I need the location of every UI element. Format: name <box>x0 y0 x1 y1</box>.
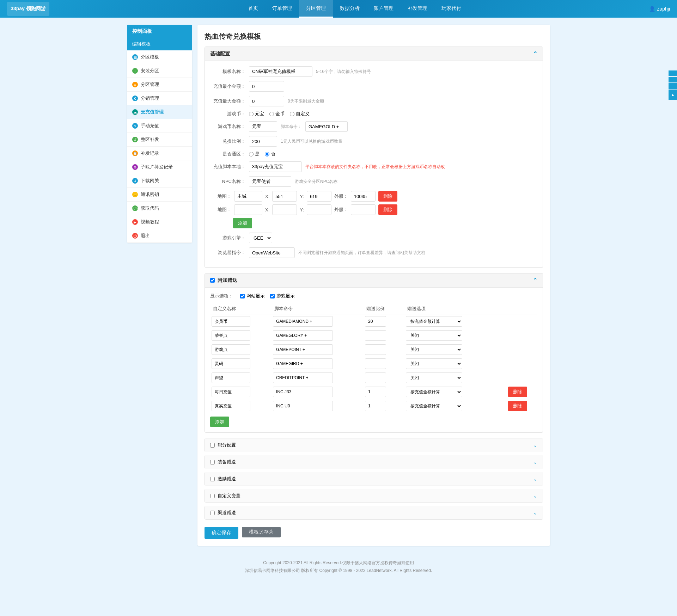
sidebar-item-logout[interactable]: ⏻ 退出 <box>127 229 192 243</box>
channel-header[interactable]: 渠道赠送 ⌄ <box>205 506 543 519</box>
gift-rate-input[interactable] <box>365 316 386 327</box>
currency-jinbi[interactable]: 金币 <box>269 111 285 117</box>
template-name-input[interactable] <box>249 66 312 77</box>
custom-var-header[interactable]: 自定义变量 ⌄ <box>205 489 543 503</box>
gift-cmd-input[interactable] <box>273 387 333 397</box>
user-menu[interactable]: 👤 zaphji <box>649 6 670 12</box>
gift-name-input[interactable] <box>212 316 250 327</box>
gift-rate-input[interactable] <box>365 372 386 383</box>
sidebar-item-install-zone[interactable]: ↓ 安装分区 <box>127 64 192 78</box>
sidebar-item-video[interactable]: ▶ 视频教程 <box>127 215 192 229</box>
score-checkbox[interactable] <box>210 443 215 448</box>
gift-cmd-input[interactable] <box>273 344 333 355</box>
nav-repay[interactable]: 补发管理 <box>401 0 434 18</box>
gift-name-input[interactable] <box>212 401 250 411</box>
sidebar-item-zone-manage[interactable]: ≡ 分区管理 <box>127 78 192 92</box>
exchange-rate-input[interactable] <box>249 136 277 147</box>
display-game-checkbox[interactable]: 游戏显示 <box>270 293 295 299</box>
gift-rate-input[interactable] <box>365 387 386 397</box>
right-tab-1[interactable]: 导 <box>669 70 677 76</box>
add-gift-button[interactable]: 添加 <box>210 417 229 427</box>
sidebar-item-get-code[interactable]: </> 获取代码 <box>127 202 192 215</box>
all-area-yes[interactable]: 是 <box>249 151 260 157</box>
currency-custom[interactable]: 自定义 <box>290 111 310 117</box>
currency-yuanbao[interactable]: 元宝 <box>249 111 264 117</box>
sidebar-item-cloud-charge[interactable]: ☁ 云充值管理 <box>127 105 192 119</box>
map1-y-input[interactable] <box>307 191 331 202</box>
gift-cmd-input[interactable] <box>273 316 333 327</box>
sidebar-item-download-gateway[interactable]: ⬇ 下载网关 <box>127 174 192 188</box>
sidebar-item-manual-charge[interactable]: ✎ 手动充值 <box>127 119 192 133</box>
map2-name-input[interactable] <box>234 204 262 215</box>
gift-option-select[interactable]: 按充值金额计算关闭按充值次数计算 <box>406 316 462 327</box>
sidebar-item-sub-manage[interactable]: ⑆ 分销管理 <box>127 92 192 105</box>
gift-name-input[interactable] <box>212 330 250 341</box>
max-charge-input[interactable] <box>249 96 284 106</box>
charge-script-input[interactable] <box>249 161 302 172</box>
gift-rate-input[interactable] <box>365 358 386 369</box>
map1-delete-button[interactable]: 删除 <box>378 191 397 202</box>
game-currency-cmd-input[interactable] <box>305 121 348 132</box>
channel-checkbox[interactable] <box>210 511 215 515</box>
gift-section-toggle[interactable]: ⌃ <box>533 277 537 284</box>
gift-section-checkbox[interactable] <box>210 278 215 283</box>
gift-name-input[interactable] <box>212 387 250 397</box>
custom-var-checkbox[interactable] <box>210 494 215 498</box>
nav-proxy[interactable]: 玩家代付 <box>434 0 468 18</box>
map2-outer-input[interactable] <box>351 204 376 215</box>
right-tab-3[interactable]: 栏 <box>669 83 677 89</box>
gift-name-input[interactable] <box>212 358 250 369</box>
gift-cmd-input[interactable] <box>273 358 333 369</box>
score-header[interactable]: 积分设置 ⌄ <box>205 438 543 452</box>
map1-outer-input[interactable] <box>351 191 376 202</box>
sidebar-item-zone-template[interactable]: ▦ 分区模板 <box>127 50 192 64</box>
right-tab-2[interactable]: 航 <box>669 77 677 82</box>
gift-rate-input[interactable] <box>365 401 386 411</box>
basic-config-toggle[interactable]: ⌃ <box>533 50 537 57</box>
gift-cmd-input[interactable] <box>273 372 333 383</box>
display-web-checkbox[interactable]: 网站显示 <box>240 293 265 299</box>
map1-name-input[interactable] <box>234 191 262 202</box>
sidebar-item-resend[interactable]: ↺ 整区补发 <box>127 133 192 147</box>
gift-option-select[interactable]: 按充值金额计算关闭按充值次数计算 <box>406 372 462 383</box>
incentive-checkbox[interactable] <box>210 477 215 481</box>
sidebar-item-resend-record[interactable]: 📋 补发记录 <box>127 147 192 160</box>
map2-x-input[interactable] <box>272 204 297 215</box>
nav-zone[interactable]: 分区管理 <box>299 0 333 18</box>
map1-x-input[interactable] <box>272 191 297 202</box>
gift-option-select[interactable]: 按充值金额计算关闭按充值次数计算 <box>406 330 462 341</box>
browser-cmd-input[interactable] <box>249 247 295 258</box>
nav-order[interactable]: 订单管理 <box>265 0 299 18</box>
gift-option-select[interactable]: 按充值金额计算关闭按充值次数计算 <box>406 344 462 355</box>
game-engine-select[interactable]: GEE <box>249 233 272 243</box>
gift-rate-input[interactable] <box>365 344 386 355</box>
gift-cmd-input[interactable] <box>273 330 333 341</box>
confirm-save-button[interactable]: 确定保存 <box>205 527 238 539</box>
nav-account[interactable]: 账户管理 <box>367 0 401 18</box>
gift-option-select[interactable]: 按充值金额计算关闭按充值次数计算 <box>406 401 462 411</box>
gift-name-input[interactable] <box>212 344 250 355</box>
gift-delete-button[interactable]: 删除 <box>508 387 527 397</box>
gift-option-select[interactable]: 按充值金额计算关闭按充值次数计算 <box>406 387 462 397</box>
min-charge-input[interactable] <box>249 81 284 92</box>
save-as-button[interactable]: 模板另存为 <box>242 527 281 537</box>
sidebar-item-sub-resend[interactable]: ⊕ 子账户补发记录 <box>127 160 192 174</box>
right-tab-4[interactable]: ▲ <box>669 90 677 100</box>
nav-home[interactable]: 首页 <box>241 0 265 18</box>
sidebar-item-comm-key[interactable]: 🔑 通讯密钥 <box>127 188 192 202</box>
equipment-checkbox[interactable] <box>210 460 215 464</box>
incentive-header[interactable]: 激励赠送 ⌄ <box>205 472 543 486</box>
all-area-no[interactable]: 否 <box>265 151 275 157</box>
game-currency-input[interactable] <box>249 121 277 132</box>
npc-name-input[interactable] <box>249 176 291 187</box>
add-map-button[interactable]: 添加 <box>233 218 252 228</box>
map2-y-input[interactable] <box>307 204 331 215</box>
gift-delete-button[interactable]: 删除 <box>508 401 527 411</box>
gift-name-input[interactable] <box>212 372 250 383</box>
gift-option-select[interactable]: 按充值金额计算关闭按充值次数计算 <box>406 358 462 369</box>
gift-cmd-input[interactable] <box>273 401 333 411</box>
map2-delete-button[interactable]: 删除 <box>378 204 397 215</box>
gift-rate-input[interactable] <box>365 330 386 341</box>
nav-data[interactable]: 数据分析 <box>333 0 367 18</box>
equipment-header[interactable]: 装备赠送 ⌄ <box>205 455 543 469</box>
